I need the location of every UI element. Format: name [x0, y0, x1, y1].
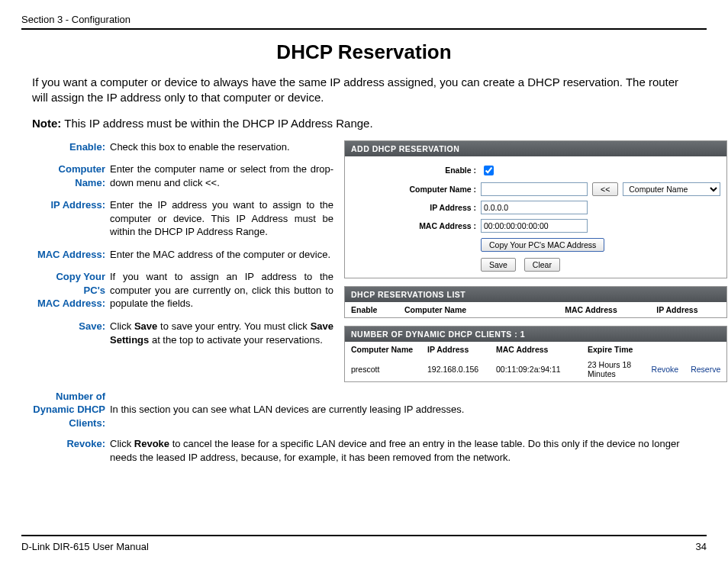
assign-button[interactable]: << [592, 182, 618, 196]
clear-button[interactable]: Clear [524, 258, 560, 272]
note-line: Note: This IP address must be within the… [32, 117, 696, 130]
desc-enable: Check this box to enable the reservation… [110, 140, 333, 154]
enable-checkbox[interactable] [484, 166, 494, 175]
footer-right: 34 [696, 541, 707, 552]
desc-ip-address: Enter the IP address you want to assign … [110, 198, 333, 239]
desc-revoke: Click Revoke to cancel the lease for a s… [110, 437, 696, 464]
desc-computer-name: Enter the computer name or select from t… [110, 162, 333, 189]
page-footer: D-Link DIR-615 User Manual 34 [21, 535, 707, 552]
col-computer-name: Computer Name [398, 302, 559, 317]
cell-ip: 192.168.0.156 [421, 357, 490, 381]
ip-address-input[interactable] [481, 201, 588, 214]
ip-address-label: IP Address : [345, 203, 481, 212]
footer-left: D-Link DIR-615 User Manual [21, 541, 149, 552]
desc-save: Click Save to save your entry. You must … [110, 320, 333, 346]
term-ip-address: IP Address: [32, 198, 110, 239]
mac-address-input[interactable] [481, 219, 588, 233]
note-text: This IP address must be within the DHCP … [61, 117, 372, 130]
reservations-list-panel: DHCP RESERVATIONS LIST Enable Computer N… [344, 286, 727, 318]
add-reservation-panel: ADD DHCP RESERVATION Enable : Computer N… [344, 140, 727, 278]
term-copy-mac: Copy Your PC'sMAC Address: [32, 270, 110, 310]
col-ip2: IP Address [421, 342, 490, 357]
page-title: DHCP Reservation [21, 40, 707, 64]
intro-text: If you want a computer or device to alwa… [32, 75, 696, 106]
term-revoke: Revoke: [32, 437, 110, 464]
cell-expire: 23 Hours 18 Minutes [581, 357, 646, 381]
dynamic-clients-panel: NUMBER OF DYNAMIC DHCP CLIENTS : 1 Compu… [344, 326, 727, 382]
term-mac-address: MAC Address: [32, 248, 110, 262]
col-mac: MAC Address [559, 302, 650, 317]
col-ip: IP Address [650, 302, 726, 317]
reservations-table: Enable Computer Name MAC Address IP Addr… [345, 302, 726, 317]
term-computer-name: Computer Name: [32, 162, 110, 189]
copy-mac-button[interactable]: Copy Your PC's MAC Address [481, 238, 604, 252]
save-button[interactable]: Save [481, 258, 516, 272]
desc-mac-address: Enter the MAC address of the computer or… [110, 248, 333, 262]
desc-copy-mac: If you want to assign an IP address to t… [110, 270, 333, 310]
computer-name-select[interactable]: Computer Name [623, 182, 720, 196]
reservations-list-header: DHCP RESERVATIONS LIST [345, 287, 726, 302]
computer-name-input[interactable] [481, 182, 588, 196]
enable-label: Enable : [345, 166, 481, 175]
reserve-link[interactable]: Reserve [691, 365, 720, 374]
col-cname: Computer Name [345, 342, 421, 357]
mac-address-label: MAC Address : [345, 221, 481, 230]
term-num-clients: Number ofDynamic DHCPClients: [32, 390, 110, 430]
section-header: Section 3 - Configuration [21, 14, 707, 30]
term-enable: Enable: [32, 140, 110, 154]
dynamic-clients-header: NUMBER OF DYNAMIC DHCP CLIENTS : 1 [345, 327, 726, 342]
dynamic-clients-table: Computer Name IP Address MAC Address Exp… [345, 342, 726, 381]
revoke-link[interactable]: Revoke [652, 365, 679, 374]
cell-cname: prescott [345, 357, 421, 381]
term-save: Save: [32, 320, 110, 346]
desc-num-clients: In this section you can see what LAN dev… [110, 403, 696, 417]
cell-mac: 00:11:09:2a:94:11 [490, 357, 581, 381]
table-row: prescott 192.168.0.156 00:11:09:2a:94:11… [345, 357, 726, 381]
screenshot-column: ADD DHCP RESERVATION Enable : Computer N… [344, 140, 727, 390]
computer-name-label: Computer Name : [345, 185, 481, 194]
add-reservation-header: ADD DHCP RESERVATION [345, 141, 726, 156]
col-enable: Enable [345, 302, 398, 317]
definitions-wide: Number ofDynamic DHCPClients: In this se… [32, 390, 696, 465]
definitions-column: Enable: Check this box to enable the res… [32, 140, 333, 390]
note-label: Note: [32, 117, 61, 130]
col-expire: Expire Time [581, 342, 646, 357]
col-mac2: MAC Address [490, 342, 581, 357]
